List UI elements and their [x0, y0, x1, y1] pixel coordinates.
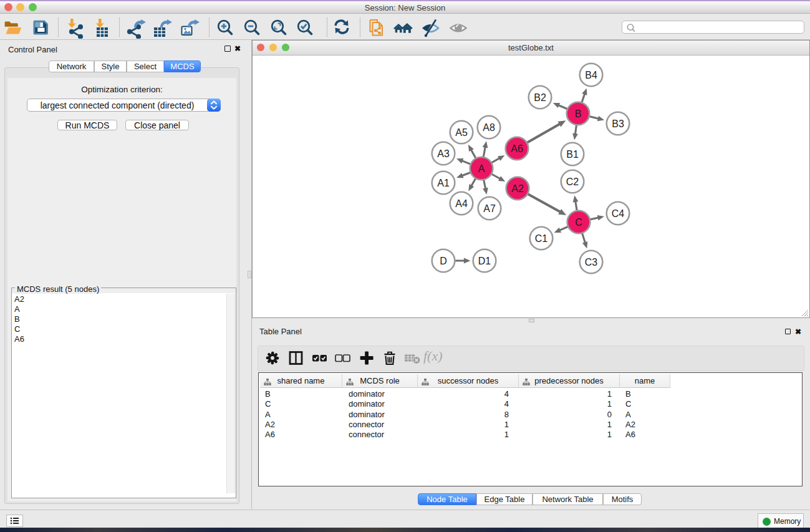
svg-text:A3: A3 [437, 148, 450, 159]
svg-text:A2: A2 [511, 183, 524, 194]
svg-text:C: C [575, 217, 582, 228]
svg-text:A8: A8 [483, 122, 495, 133]
svg-text:A4: A4 [455, 198, 468, 209]
svg-text:A5: A5 [455, 127, 468, 138]
svg-text:A7: A7 [483, 203, 496, 214]
svg-text:A: A [478, 163, 485, 174]
svg-text:C1: C1 [535, 233, 548, 244]
svg-text:D1: D1 [478, 256, 491, 266]
svg-text:C3: C3 [585, 257, 598, 268]
svg-text:A6: A6 [511, 143, 523, 154]
svg-text:B3: B3 [612, 118, 624, 129]
svg-text:A1: A1 [437, 178, 450, 188]
svg-text:C2: C2 [566, 177, 579, 187]
svg-text:B2: B2 [534, 92, 546, 103]
svg-text:B1: B1 [566, 149, 579, 160]
svg-text:B: B [575, 109, 582, 119]
svg-text:B4: B4 [585, 70, 597, 80]
svg-text:D: D [440, 256, 447, 266]
svg-text:C4: C4 [612, 208, 625, 219]
